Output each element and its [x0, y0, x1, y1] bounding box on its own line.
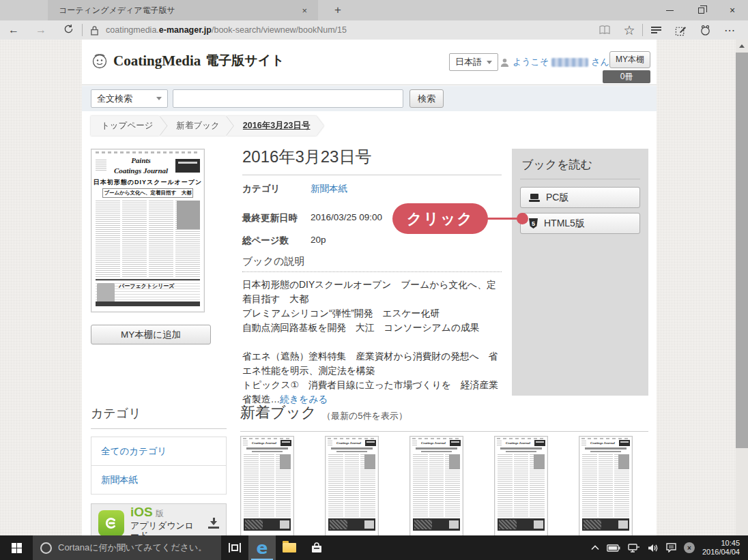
new-book-thumbnail-5[interactable]: Coatings Journal: [579, 436, 633, 535]
back-icon[interactable]: ←: [0, 24, 27, 36]
logo-text: CoatingMedia: [113, 53, 201, 70]
new-tab-button[interactable]: +: [329, 2, 347, 18]
site-logo[interactable]: CoatingMedia 電子版サイト: [91, 52, 285, 70]
file-explorer-button[interactable]: [276, 535, 303, 560]
shelf-count-badge: 0冊: [603, 70, 650, 83]
forward-icon: →: [27, 24, 55, 36]
laptop-icon: [529, 194, 540, 202]
favorites-star-icon[interactable]: ☆: [618, 21, 641, 39]
new-book-thumbnail-3[interactable]: Coatings Journal: [409, 436, 463, 535]
tray-chevron-icon[interactable]: [591, 545, 599, 550]
category-section-heading: カテゴリ: [91, 405, 141, 422]
edge-icon: e: [257, 540, 268, 557]
more-icon[interactable]: ⋯: [718, 21, 741, 39]
newspaper-masthead: PaintsCoatings Journal: [109, 156, 173, 175]
ios-download-label: アプリダウンロード: [130, 521, 202, 535]
start-button[interactable]: [0, 535, 33, 560]
page-scrollbar[interactable]: [736, 40, 748, 535]
newspaper-columns: [96, 201, 200, 277]
book-cover-thumbnail[interactable]: PaintsCoatings Journal 日本初形態のDIYスクールオープン…: [91, 149, 205, 312]
divider: [240, 431, 648, 432]
newspaper-topline: [96, 151, 200, 153]
category-link-newspaper[interactable]: 新聞本紙: [91, 466, 226, 495]
browser-tab[interactable]: コーティングメディア電子版サ ×: [48, 0, 318, 20]
ad-photo: [97, 283, 115, 304]
ios-app-banner[interactable]: iOS 版 アプリダウンロード: [91, 503, 227, 535]
language-value: 日本語: [455, 56, 482, 68]
page-title: 2016年3月23日号: [242, 146, 371, 168]
divider: [520, 179, 640, 179]
refresh-icon[interactable]: [55, 24, 82, 37]
action-center-icon[interactable]: [666, 543, 676, 552]
language-select[interactable]: 日本語: [449, 53, 498, 71]
window-close-button[interactable]: ×: [717, 0, 748, 20]
clock-date: 2016/04/04: [702, 548, 740, 557]
add-to-shelf-button[interactable]: MY本棚に追加: [91, 325, 211, 344]
field-label: 最終更新日時: [242, 212, 311, 224]
taskbar-clock[interactable]: 10:45 2016/04/04: [702, 539, 740, 557]
url-field[interactable]: coatingmedia.e-manager.jp/book-search/vi…: [106, 25, 593, 35]
speaker-icon[interactable]: [648, 544, 659, 552]
edge-taskbar-button[interactable]: e: [248, 535, 276, 560]
welcome-suffix: さん: [591, 56, 609, 68]
search-button[interactable]: 検索: [409, 89, 444, 108]
hub-icon[interactable]: [644, 21, 667, 39]
new-book-thumbnail-4[interactable]: Coatings Journal: [494, 436, 548, 535]
site-content: CoatingMedia 電子版サイト 日本語 ようこそ さん MY本棚 0冊: [82, 40, 657, 535]
callout-connector-line: [487, 218, 519, 220]
chevron-down-icon: [156, 97, 162, 103]
callout-target-dot: [517, 213, 528, 224]
window-restore-button[interactable]: [685, 0, 717, 20]
tab-close-icon[interactable]: ×: [298, 5, 311, 16]
description-line: プレミアムシリコン“弾性”開発 エスケー化研: [242, 306, 503, 321]
ios-app-icon: [98, 510, 124, 535]
browser-titlebar: コーティングメディア電子版サ × + ×: [0, 0, 748, 20]
ad-title: パーフェクトシリーズ: [119, 282, 175, 290]
cortana-search-box[interactable]: Cortanaに何か聞いてみてください。: [33, 535, 221, 560]
share-icon[interactable]: [693, 21, 717, 39]
pc-button-label: PC版: [546, 192, 569, 204]
newspaper-photo: [177, 201, 200, 229]
scrollbar-up-arrow[interactable]: [736, 40, 748, 52]
breadcrumb-newbooks[interactable]: 新着ブック: [160, 116, 233, 136]
description-line: 省エネ（遮熱）塗料特集 産業資材から消費財の発想へ 省エネ性能を明示、測定法を構…: [242, 349, 503, 378]
ios-han-label: 版: [156, 509, 164, 518]
window-minimize-button[interactable]: [654, 0, 685, 20]
field-pages: 総ページ数 20p: [242, 235, 326, 247]
category-link[interactable]: 新聞本紙: [311, 183, 347, 195]
my-shelf-button[interactable]: MY本棚: [609, 51, 650, 68]
field-updated: 最終更新日時 2016/03/25 09:00: [242, 212, 382, 224]
new-book-thumbnail-2[interactable]: Coatings Journal: [325, 436, 379, 535]
new-books-note: （最新の5件を表示）: [322, 410, 407, 422]
windows-logo-icon: [12, 543, 22, 553]
divider: [642, 24, 643, 36]
task-view-button[interactable]: [221, 535, 248, 560]
download-icon: [208, 518, 219, 529]
new-book-thumbnail-1[interactable]: Coatings Journal: [240, 436, 294, 535]
notification-x-icon[interactable]: ×: [684, 542, 695, 553]
battery-icon[interactable]: [607, 544, 620, 552]
face-logo-icon: [91, 52, 109, 70]
divider: [242, 175, 502, 175]
search-input[interactable]: [173, 89, 403, 108]
field-value: 20p: [311, 235, 326, 247]
clock-time: 10:45: [702, 539, 740, 548]
newspaper-headline: 日本初形態のDIYスクールオープン: [91, 178, 204, 187]
html5-version-button[interactable]: 5 HTML5版: [520, 213, 640, 234]
store-button[interactable]: [303, 535, 330, 560]
scrollbar-thumb[interactable]: [736, 53, 748, 448]
lock-icon: [83, 25, 106, 35]
username-blurred: [551, 58, 588, 67]
network-icon[interactable]: [628, 544, 640, 552]
breadcrumb-home[interactable]: トップページ: [91, 116, 167, 136]
pc-version-button[interactable]: PC版: [520, 187, 640, 208]
windows-taskbar: Cortanaに何か聞いてみてください。 e: [0, 535, 748, 560]
folder-icon: [283, 543, 296, 552]
search-scope-select[interactable]: 全文検索: [91, 89, 168, 108]
ad-bar: [96, 301, 200, 306]
chevron-down-icon: [487, 61, 492, 67]
category-link-all[interactable]: 全てのカテゴリ: [91, 437, 226, 466]
web-note-icon[interactable]: [669, 21, 692, 39]
url-domain: e-manager.jp: [159, 25, 212, 35]
field-label: カテゴリ: [242, 183, 311, 195]
